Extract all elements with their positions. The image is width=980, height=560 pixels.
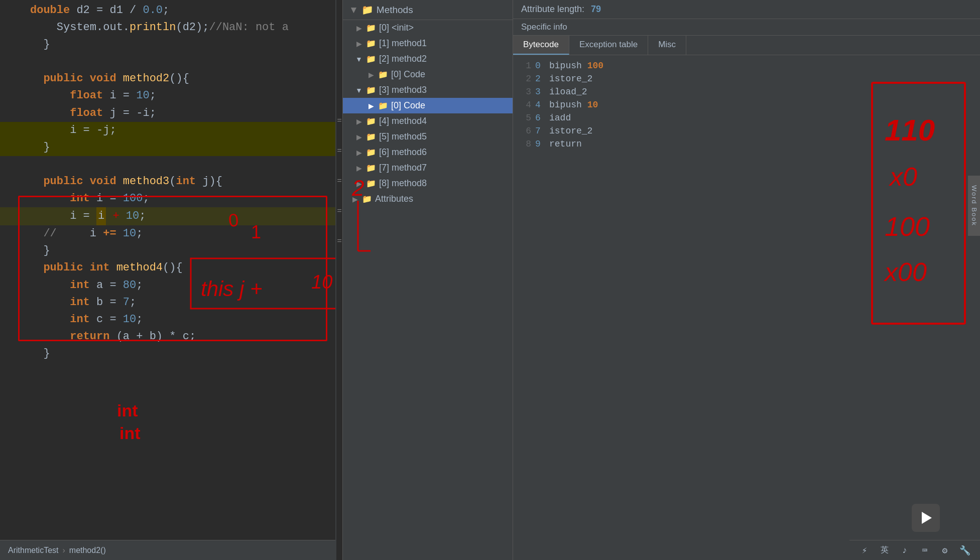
word-book-label: Word Book bbox=[970, 185, 978, 226]
bc-offset: 9 bbox=[535, 139, 545, 149]
bc-op: return bbox=[549, 139, 582, 149]
code-line: int b = 7; bbox=[0, 294, 336, 311]
bc-idx: 2 bbox=[521, 74, 531, 84]
tree-item-method2[interactable]: ▼ 📁 [2] method2 bbox=[343, 51, 513, 67]
tree-item-method3[interactable]: ▼ 📁 [3] method3 bbox=[343, 82, 513, 98]
tree-arrow-method3-code: ▶ bbox=[367, 102, 375, 110]
bottom-toolbar: ⚡ 英 ♪ ⌨ ⚙ 🔧 bbox=[849, 540, 980, 560]
specific-info-label: Specific info bbox=[521, 22, 567, 32]
tree-panel: ▼ 📁 Methods ▶ 📁 [0] <init> ▶ 📁 [1] metho… bbox=[342, 0, 513, 560]
svg-text:int: int bbox=[119, 424, 141, 443]
bc-offset: 4 bbox=[535, 100, 545, 110]
tree-item-label-method1: [1] method1 bbox=[379, 38, 427, 49]
folder-icon-method3: 📁 bbox=[366, 85, 376, 95]
attribute-length-row: Attribute length: 79 bbox=[513, 0, 980, 19]
folder-icon-method2: 📁 bbox=[366, 54, 376, 64]
bc-op: bipush 100 bbox=[549, 61, 603, 71]
tree-item-method1[interactable]: ▶ 📁 [1] method1 bbox=[343, 36, 513, 51]
bc-idx: 4 bbox=[521, 100, 531, 110]
tree-item-method3-code[interactable]: ▶ 📁 [0] Code bbox=[343, 98, 513, 113]
code-line: int a = 80; bbox=[0, 277, 336, 294]
tree-item-label-method4: [4] method4 bbox=[379, 116, 427, 126]
bc-idx: 1 bbox=[521, 61, 531, 71]
tree-item-method5[interactable]: ▶ 📁 [5] method5 bbox=[343, 129, 513, 145]
code-line: } bbox=[0, 36, 336, 53]
code-line: public void method2(){ bbox=[0, 70, 336, 87]
code-line: int c = 10; bbox=[0, 311, 336, 328]
tree-item-method4[interactable]: ▶ 📁 [4] method4 bbox=[343, 113, 513, 129]
toolbar-icon-lang[interactable]: 英 bbox=[878, 543, 892, 557]
tab-bytecode[interactable]: Bytecode bbox=[513, 36, 569, 55]
tree-arrow-method8: ▶ bbox=[355, 180, 363, 188]
tree-arrow-method3: ▼ bbox=[355, 86, 363, 94]
code-line: // i += 10; bbox=[0, 225, 336, 242]
tree-item-label-method3-code: [0] Code bbox=[391, 100, 425, 111]
tree-item-method8[interactable]: ▶ 📁 [8] method8 bbox=[343, 176, 513, 191]
svg-text:x00: x00 bbox=[883, 257, 927, 287]
bc-offset: 6 bbox=[535, 113, 545, 123]
bc-idx: 5 bbox=[521, 113, 531, 123]
code-line-highlighted: } bbox=[0, 139, 336, 156]
word-book[interactable]: Word Book bbox=[968, 176, 980, 236]
tab-misc[interactable]: Misc bbox=[648, 36, 686, 55]
tree-item-label-method3: [3] method3 bbox=[379, 85, 427, 95]
toolbar-icon-keyboard[interactable]: ⌨ bbox=[918, 543, 932, 557]
bc-op: bipush 10 bbox=[549, 100, 598, 110]
folder-icon-method1: 📁 bbox=[366, 39, 376, 48]
tree-item-label-method6: [6] method6 bbox=[379, 147, 427, 158]
tree-item-method7[interactable]: ▶ 📁 [7] method7 bbox=[343, 160, 513, 176]
svg-text:x0: x0 bbox=[888, 162, 917, 191]
right-annotations-svg: 110 x0 100 x00 bbox=[870, 80, 970, 331]
folder-icon-method5: 📁 bbox=[366, 132, 376, 142]
bc-idx: 8 bbox=[521, 139, 531, 149]
breadcrumb-2[interactable]: method2() bbox=[69, 544, 106, 556]
tree-item-init[interactable]: ▶ 📁 [0] <init> bbox=[343, 20, 513, 36]
tree-item-method6[interactable]: ▶ 📁 [6] method6 bbox=[343, 145, 513, 160]
specific-info: Specific info bbox=[513, 19, 980, 36]
tree-arrow-method1: ▶ bbox=[355, 40, 363, 48]
code-line: } bbox=[0, 242, 336, 259]
svg-text:110: 110 bbox=[885, 113, 935, 147]
bc-offset: 3 bbox=[535, 87, 545, 97]
code-line: return (a + b) * c; bbox=[0, 328, 336, 345]
breadcrumb-1[interactable]: ArithmeticTest bbox=[8, 544, 58, 556]
annotation-box-right: 110 x0 100 x00 bbox=[870, 80, 970, 331]
toolbar-icon-settings[interactable]: ⚙ bbox=[938, 543, 952, 557]
tree-arrow-method4: ▶ bbox=[355, 117, 363, 125]
bc-op: istore_2 bbox=[549, 126, 592, 136]
bc-op: iload_2 bbox=[549, 87, 587, 97]
folder-icon-method7: 📁 bbox=[366, 163, 376, 173]
bc-line-1: 1 0 bipush 100 bbox=[513, 59, 980, 72]
tabs-bar: Bytecode Exception table Misc bbox=[513, 36, 980, 55]
code-line-method3: public void method3(int j){ bbox=[0, 173, 336, 190]
toolbar-icon-music[interactable]: ♪ bbox=[898, 543, 912, 557]
breadcrumb-separator: › bbox=[62, 544, 65, 556]
tab-exception-table[interactable]: Exception table bbox=[569, 36, 648, 55]
bc-op: iadd bbox=[549, 113, 571, 123]
code-line-method4: public int method4(){ bbox=[0, 259, 336, 276]
play-button[interactable] bbox=[912, 504, 940, 532]
tree-item-attributes[interactable]: ▶ 📁 Attributes bbox=[343, 191, 513, 207]
bc-offset: 7 bbox=[535, 126, 545, 136]
attribute-length-label: Attribute length: bbox=[521, 4, 584, 14]
tree-item-label-method5: [5] method5 bbox=[379, 131, 427, 142]
attribute-length-value: 79 bbox=[591, 4, 601, 14]
toolbar-icon-power[interactable]: ⚡ bbox=[858, 543, 872, 557]
bc-op: istore_2 bbox=[549, 74, 592, 84]
svg-text:int: int bbox=[117, 401, 138, 420]
bc-idx: 6 bbox=[521, 126, 531, 136]
tree-arrow-attributes: ▶ bbox=[351, 195, 359, 203]
folder-icon-method8: 📁 bbox=[366, 179, 376, 188]
code-line bbox=[0, 53, 336, 70]
code-panel: double d2 = d1 / 0.0; System.out.println… bbox=[0, 0, 336, 560]
tree-arrow-method2-code: ▶ bbox=[367, 71, 375, 79]
code-line: System.out.println(d2);//NaN: not a bbox=[0, 19, 336, 36]
tree-item-label-method2-code: [0] Code bbox=[391, 69, 425, 80]
tree-item-method2-code[interactable]: ▶ 📁 [0] Code bbox=[343, 67, 513, 82]
code-line: float j = -i; bbox=[0, 105, 336, 122]
tree-arrow-init: ▶ bbox=[355, 24, 363, 32]
folder-icon-attributes: 📁 bbox=[362, 194, 372, 204]
toolbar-icon-tools[interactable]: 🔧 bbox=[958, 543, 972, 557]
code-line: int i = 100; bbox=[0, 190, 336, 207]
tree-item-label-method8: [8] method8 bbox=[379, 178, 427, 189]
